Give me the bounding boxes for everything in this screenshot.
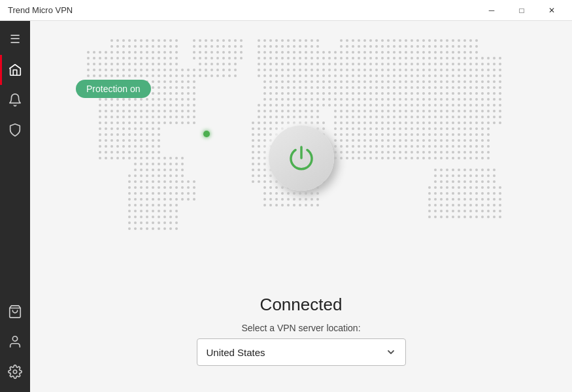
- svg-point-606: [422, 92, 425, 95]
- svg-point-372: [469, 69, 472, 71]
- svg-point-1306: [481, 174, 484, 177]
- svg-point-663: [416, 98, 419, 101]
- svg-point-138: [234, 51, 237, 54]
- svg-point-184: [122, 57, 125, 59]
- svg-point-40: [369, 39, 372, 42]
- svg-point-1477: [475, 204, 478, 206]
- svg-point-153: [334, 51, 337, 54]
- svg-point-393: [175, 74, 178, 77]
- svg-point-822: [334, 116, 337, 118]
- svg-point-942: [381, 127, 384, 130]
- svg-point-859: [146, 122, 148, 124]
- svg-point-529: [311, 86, 313, 89]
- svg-point-355: [369, 69, 372, 71]
- sidebar-item-home[interactable]: [0, 55, 30, 85]
- svg-point-1401: [316, 192, 319, 195]
- svg-point-1248: [169, 169, 172, 171]
- svg-point-24: [258, 39, 260, 42]
- svg-point-291: [393, 63, 395, 65]
- svg-point-573: [163, 92, 166, 95]
- svg-point-1169: [122, 157, 125, 159]
- connected-status: Connected: [260, 295, 343, 315]
- sidebar-item-shield[interactable]: [0, 115, 30, 145]
- svg-point-1244: [146, 169, 148, 171]
- svg-point-341: [287, 69, 290, 71]
- svg-point-520: [193, 86, 195, 89]
- svg-point-868: [252, 122, 254, 124]
- power-button[interactable]: [269, 125, 334, 191]
- svg-point-398: [205, 74, 207, 77]
- minimize-button[interactable]: ─: [477, 0, 507, 21]
- svg-point-1011: [487, 133, 490, 136]
- svg-point-463: [263, 80, 266, 83]
- close-button[interactable]: ✕: [537, 0, 567, 21]
- vpn-location-value: United States: [207, 347, 265, 358]
- svg-point-779: [416, 110, 419, 112]
- svg-point-766: [340, 110, 343, 112]
- svg-point-973: [258, 133, 260, 136]
- svg-point-340: [281, 69, 284, 71]
- svg-point-1274: [493, 169, 496, 171]
- vpn-location-dropdown[interactable]: United States: [197, 338, 406, 366]
- sidebar-item-settings[interactable]: [0, 357, 30, 387]
- svg-point-1394: [275, 192, 278, 195]
- svg-point-413: [311, 74, 313, 77]
- svg-point-781: [428, 110, 431, 112]
- menu-button[interactable]: ☰: [0, 26, 30, 52]
- svg-point-794: [99, 116, 101, 118]
- svg-point-546: [411, 86, 413, 89]
- svg-point-185: [128, 57, 131, 59]
- svg-point-481: [369, 80, 372, 83]
- svg-point-379: [93, 74, 95, 77]
- svg-point-600: [387, 92, 390, 95]
- svg-point-1067: [122, 145, 125, 148]
- svg-point-1524: [493, 216, 496, 218]
- svg-point-969: [146, 133, 148, 136]
- sidebar-item-account[interactable]: [0, 327, 30, 357]
- sidebar-item-alerts[interactable]: [0, 85, 30, 115]
- svg-point-791: [487, 110, 490, 112]
- svg-point-661: [405, 98, 407, 101]
- svg-point-198: [216, 57, 219, 59]
- svg-point-353: [358, 69, 360, 71]
- svg-point-940: [369, 127, 372, 130]
- svg-point-328: [193, 69, 195, 71]
- svg-point-362: [411, 69, 413, 71]
- svg-point-472: [316, 80, 319, 83]
- svg-point-1109: [463, 145, 466, 148]
- svg-point-222: [369, 57, 372, 59]
- svg-point-163: [393, 51, 395, 54]
- svg-point-909: [499, 122, 501, 124]
- svg-point-1309: [128, 180, 131, 183]
- svg-point-335: [234, 69, 237, 71]
- svg-point-1299: [440, 174, 443, 177]
- svg-point-144: [281, 51, 284, 54]
- svg-point-282: [340, 63, 343, 65]
- svg-point-435: [440, 74, 443, 77]
- svg-point-571: [152, 92, 154, 95]
- svg-point-274: [293, 63, 295, 65]
- svg-point-395: [187, 74, 190, 77]
- svg-point-534: [340, 86, 343, 89]
- svg-point-1301: [452, 174, 454, 177]
- svg-point-1124: [158, 151, 160, 154]
- svg-point-1163: [481, 151, 484, 154]
- maximize-button[interactable]: □: [507, 0, 537, 21]
- svg-point-106: [428, 45, 431, 48]
- svg-point-718: [393, 104, 395, 106]
- svg-point-703: [305, 104, 307, 106]
- svg-point-970: [152, 133, 154, 136]
- svg-point-28: [281, 39, 284, 42]
- svg-point-746: [152, 110, 154, 112]
- svg-point-1479: [487, 204, 490, 206]
- svg-point-989: [358, 133, 360, 136]
- sidebar-item-store[interactable]: [0, 297, 30, 327]
- svg-point-996: [399, 133, 401, 136]
- svg-point-1206: [411, 157, 413, 159]
- svg-point-1471: [440, 204, 443, 206]
- app-body: ☰: [0, 21, 572, 392]
- svg-point-1523: [487, 216, 490, 218]
- svg-point-7: [134, 39, 137, 42]
- svg-point-277: [311, 63, 313, 65]
- svg-point-902: [458, 122, 460, 124]
